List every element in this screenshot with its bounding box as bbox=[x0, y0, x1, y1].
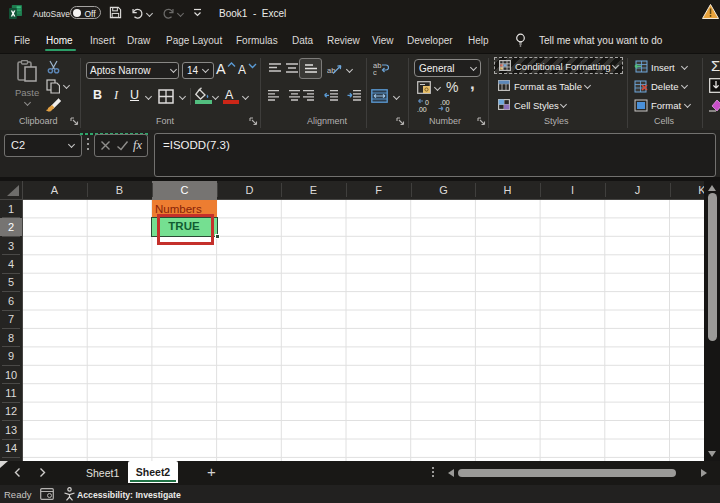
svg-text:0: 0 bbox=[425, 99, 429, 106]
svg-text:0: 0 bbox=[446, 106, 450, 113]
svg-text:c: c bbox=[373, 68, 377, 76]
svg-text:.00: .00 bbox=[440, 99, 450, 106]
svg-text:.00: .00 bbox=[417, 106, 427, 113]
svg-text:ab: ab bbox=[327, 66, 335, 75]
